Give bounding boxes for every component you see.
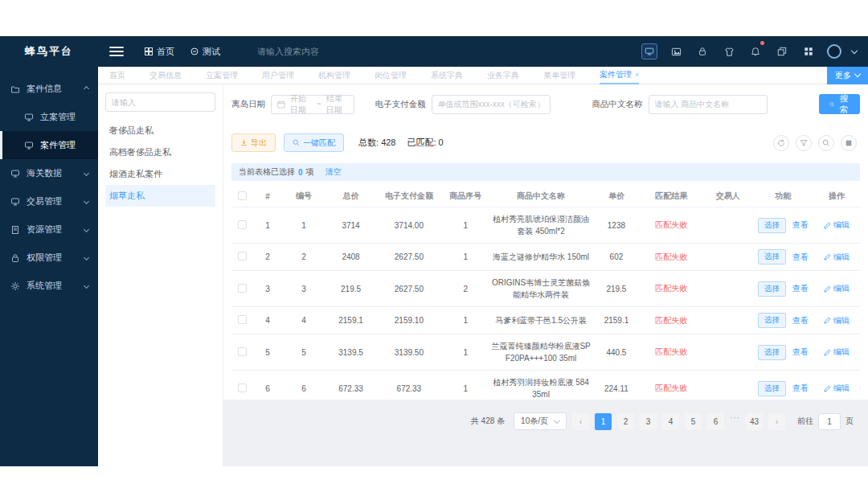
- date-range-input[interactable]: 开始日期 ~ 结束日期: [271, 95, 354, 114]
- goto-page-input[interactable]: [818, 413, 841, 430]
- export-button-label: 导出: [251, 137, 267, 149]
- view-link[interactable]: 查看: [792, 283, 809, 294]
- row-checkbox[interactable]: [238, 252, 247, 260]
- row-checkbox[interactable]: [238, 315, 247, 324]
- select-button[interactable]: 选择: [758, 281, 786, 297]
- category-item-烟草走私[interactable]: 烟草走私: [105, 185, 215, 207]
- lock-icon[interactable]: [694, 43, 710, 59]
- page-button-3[interactable]: 3: [640, 413, 657, 430]
- column-settings-icon[interactable]: [841, 135, 857, 151]
- tab-立案管理[interactable]: 立案管理: [206, 67, 238, 84]
- row-checkbox[interactable]: [238, 220, 247, 229]
- row-checkbox[interactable]: [238, 347, 247, 356]
- select-button[interactable]: 选择: [758, 249, 786, 265]
- row-checkbox[interactable]: [238, 284, 247, 293]
- view-link[interactable]: 查看: [792, 219, 809, 231]
- nav-home-label: 首页: [157, 46, 174, 58]
- tab-岗位管理[interactable]: 岗位管理: [375, 67, 407, 84]
- page-button-1[interactable]: 1: [595, 413, 612, 430]
- category-item-烟酒走私案件[interactable]: 烟酒走私案件: [105, 163, 215, 185]
- more-pages-icon[interactable]: ···: [730, 413, 740, 430]
- table-row: 553139.53139.501兰蔻菁纯臻颜精华粉底液SPF20PA+++100…: [231, 334, 860, 371]
- tab-案件管理[interactable]: 案件管理×: [600, 67, 639, 84]
- sidebar-item-交易管理[interactable]: 交易管理: [0, 187, 98, 215]
- category-item-奢侈品走私[interactable]: 奢侈品走私: [105, 120, 215, 141]
- cell-trader: [702, 307, 753, 334]
- bell-icon[interactable]: [747, 43, 764, 59]
- grid-icon[interactable]: [800, 43, 817, 59]
- edit-link[interactable]: 编辑: [824, 283, 850, 294]
- one-click-match-button[interactable]: 一键匹配: [284, 133, 344, 152]
- cell-goods-name: 植村秀亮肌琥珀保湿洁颜油套装 450ml*2: [489, 207, 593, 244]
- name-filter-input[interactable]: [649, 95, 768, 114]
- select-all-checkbox[interactable]: [238, 191, 247, 200]
- select-button[interactable]: 选择: [758, 313, 786, 328]
- page-size-select[interactable]: 10条/页: [514, 412, 567, 430]
- chevron-down-icon[interactable]: [851, 47, 858, 53]
- name-filter-label: 商品中文名称: [592, 99, 643, 110]
- nav-test[interactable]: 测试: [190, 46, 220, 58]
- page-button-4[interactable]: 4: [662, 413, 679, 430]
- sidebar-subitem-立案管理[interactable]: 立案管理: [0, 103, 98, 131]
- tab-用户管理[interactable]: 用户管理: [262, 67, 294, 84]
- page-button-2[interactable]: 2: [617, 413, 634, 430]
- prev-page-button[interactable]: ‹: [572, 413, 589, 430]
- view-link[interactable]: 查看: [792, 252, 809, 263]
- view-link[interactable]: 查看: [792, 315, 809, 326]
- monitor-icon: [24, 141, 34, 150]
- page-button-6[interactable]: 6: [707, 413, 724, 430]
- nav-home[interactable]: 首页: [145, 46, 174, 58]
- view-link[interactable]: 查看: [792, 347, 809, 358]
- refresh-icon[interactable]: [773, 135, 789, 151]
- sidebar-item-系统管理[interactable]: 系统管理: [0, 272, 98, 300]
- edit-link[interactable]: 编辑: [824, 219, 850, 231]
- category-search-input[interactable]: [105, 92, 215, 112]
- match-button-label: 一键匹配: [303, 137, 335, 149]
- category-item-高档奢侈品走私[interactable]: 高档奢侈品走私: [105, 141, 215, 163]
- global-search-input[interactable]: 请输入搜索内容: [257, 46, 354, 58]
- tab-交易信息[interactable]: 交易信息: [149, 67, 182, 84]
- tab-业务字典[interactable]: 业务字典: [487, 67, 519, 84]
- edit-link[interactable]: 编辑: [824, 383, 850, 394]
- select-button[interactable]: 选择: [758, 218, 786, 233]
- case-goods-panel: 离岛日期 开始日期 ~ 结束日期 电子支: [223, 84, 868, 400]
- more-tabs-button[interactable]: 更多: [827, 67, 868, 84]
- sidebar-subitem-案件管理[interactable]: 案件管理: [0, 131, 98, 159]
- close-icon[interactable]: ×: [635, 71, 639, 79]
- search-icon[interactable]: [818, 135, 834, 151]
- select-button[interactable]: 选择: [758, 345, 786, 360]
- edit-link[interactable]: 编辑: [824, 347, 850, 358]
- edit-link[interactable]: 编辑: [824, 252, 850, 263]
- copy-icon[interactable]: [774, 43, 790, 59]
- cell-goods-seq: 1: [442, 207, 489, 244]
- tab-菜单管理[interactable]: 菜单管理: [543, 67, 575, 84]
- row-checkbox[interactable]: [238, 383, 247, 392]
- cell-trader: [702, 207, 753, 244]
- image-icon[interactable]: [668, 43, 684, 59]
- avatar[interactable]: [827, 44, 841, 59]
- theme-icon[interactable]: [721, 43, 737, 59]
- view-link[interactable]: 查看: [792, 383, 809, 394]
- sidebar-item-权限管理[interactable]: 权限管理: [0, 244, 98, 272]
- edit-link[interactable]: 编辑: [824, 315, 850, 326]
- export-button[interactable]: 导出: [231, 133, 276, 152]
- tab-机构管理[interactable]: 机构管理: [318, 67, 350, 84]
- search-button[interactable]: 搜索: [819, 94, 861, 114]
- sidebar-item-资源管理[interactable]: 资源管理: [0, 215, 98, 244]
- filter-icon[interactable]: [796, 135, 812, 151]
- amount-filter-input[interactable]: [432, 95, 551, 114]
- page-button-43[interactable]: 43: [746, 413, 763, 430]
- tab-首页[interactable]: 首页: [109, 67, 125, 84]
- clear-selection-link[interactable]: 清空: [326, 166, 342, 178]
- selection-count: 0: [298, 168, 303, 177]
- page-button-5[interactable]: 5: [685, 413, 702, 430]
- screen-icon[interactable]: [641, 43, 657, 59]
- cell-unit-price: 2159.1: [593, 307, 641, 334]
- pencil-icon: [824, 285, 831, 293]
- sidebar-item-案件信息[interactable]: 案件信息: [0, 75, 98, 103]
- sidebar-item-海关数据[interactable]: 海关数据: [0, 159, 98, 187]
- tab-系统字典[interactable]: 系统字典: [431, 67, 463, 84]
- next-page-button[interactable]: ›: [768, 413, 785, 430]
- select-button[interactable]: 选择: [758, 381, 786, 396]
- hamburger-menu-icon[interactable]: [109, 47, 124, 56]
